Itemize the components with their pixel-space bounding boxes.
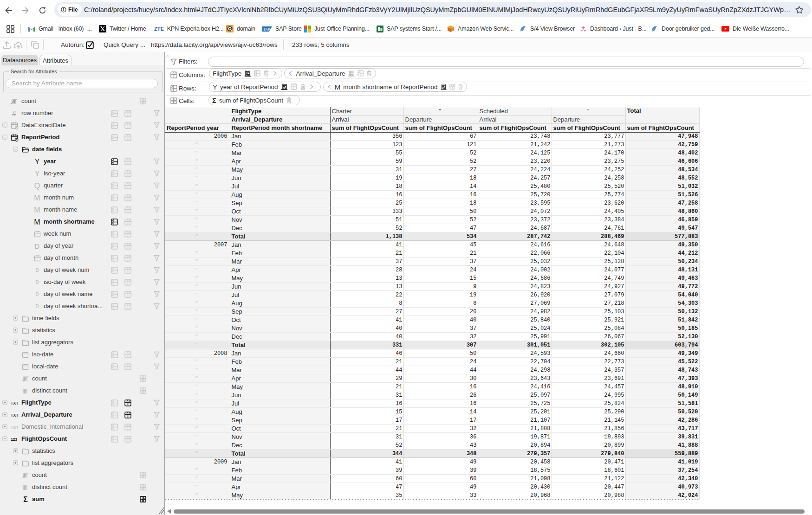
svg-text:SAP: SAP [263, 27, 270, 31]
